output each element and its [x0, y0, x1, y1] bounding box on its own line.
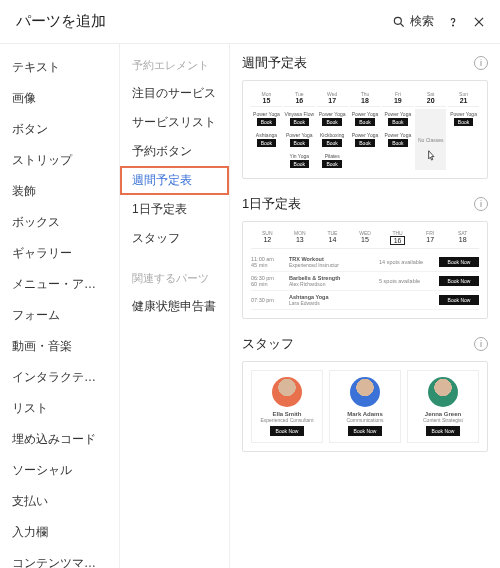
- daily-preview[interactable]: SUN12MON13TUE14WED15THU16FRI17SAT18 11:0…: [242, 221, 488, 319]
- book-button[interactable]: Book: [454, 118, 473, 126]
- weekly-cell: [448, 130, 479, 149]
- book-button[interactable]: Book: [388, 118, 407, 126]
- staff-card[interactable]: Mark AdamsCommunicationsBook Now: [329, 370, 401, 443]
- weekly-day-header: Fri19: [382, 89, 413, 107]
- weekly-cell: Power YogaBook: [382, 109, 413, 128]
- category-item[interactable]: 入力欄: [0, 517, 119, 548]
- panel-header: パーツを追加 検索: [0, 0, 500, 44]
- staff-card[interactable]: Jenna GreenContent StrategistBook Now: [407, 370, 479, 443]
- daily-day-header[interactable]: MON13: [284, 230, 317, 245]
- no-classes-cell: No Classes: [415, 109, 446, 170]
- search-icon: [392, 15, 406, 29]
- header-actions: 検索: [392, 13, 486, 30]
- staff-preview[interactable]: Ella SmithExperienced ConsultantBook Now…: [242, 361, 488, 452]
- svg-line-1: [401, 23, 404, 26]
- book-now-button[interactable]: Book Now: [439, 276, 479, 286]
- book-button[interactable]: Book: [257, 139, 276, 147]
- weekly-section: 週間予定表 i Mon15Tue16Wed17Thu18Fri19Sat20Su…: [242, 54, 488, 179]
- daily-day-header[interactable]: TUE14: [316, 230, 349, 245]
- book-button[interactable]: Book: [257, 118, 276, 126]
- category-item[interactable]: 動画・音楽: [0, 331, 119, 362]
- category-item[interactable]: ボタン: [0, 114, 119, 145]
- daily-row: 11:00 am45 minTRX WorkoutExperienced Ins…: [251, 253, 479, 272]
- subcategory-item[interactable]: スタッフ: [120, 224, 229, 253]
- subcategory-item[interactable]: 1日予定表: [120, 195, 229, 224]
- daily-row: 07:30 pmAshtanga YogaLara EdwardsBook No…: [251, 291, 479, 310]
- category-item[interactable]: 画像: [0, 83, 119, 114]
- subcategory-item[interactable]: 予約ボタン: [120, 137, 229, 166]
- category-item[interactable]: テキスト: [0, 52, 119, 83]
- staff-role: Communications: [332, 417, 398, 423]
- staff-role: Content Strategist: [410, 417, 476, 423]
- info-icon[interactable]: i: [474, 56, 488, 70]
- category-list: テキスト画像ボタンストリップ装飾ボックスギャラリーメニュー・アンカーフォーム動画…: [0, 44, 120, 568]
- category-item[interactable]: ストリップ: [0, 145, 119, 176]
- weekly-cell: Power YogaBook: [251, 109, 282, 128]
- staff-section: スタッフ i Ella SmithExperienced ConsultantB…: [242, 335, 488, 452]
- search-button[interactable]: 検索: [392, 13, 434, 30]
- category-item[interactable]: リスト: [0, 393, 119, 424]
- daily-row: 06:30 pm60 minBarbells & StrengthAlex Ri…: [251, 272, 479, 291]
- book-button[interactable]: Book: [290, 118, 309, 126]
- weekly-cell: Power YogaBook: [350, 130, 381, 149]
- category-item[interactable]: ギャラリー: [0, 238, 119, 269]
- category-item[interactable]: フォーム: [0, 300, 119, 331]
- subgroup-label: 予約エレメント: [120, 54, 229, 79]
- close-icon[interactable]: [472, 15, 486, 29]
- category-item[interactable]: 埋め込みコード: [0, 424, 119, 455]
- cursor-icon: [424, 149, 438, 164]
- book-button[interactable]: Book: [355, 139, 374, 147]
- book-now-button[interactable]: Book Now: [270, 426, 305, 436]
- category-item[interactable]: ソーシャル: [0, 455, 119, 486]
- preview-column: 週間予定表 i Mon15Tue16Wed17Thu18Fri19Sat20Su…: [230, 44, 500, 568]
- help-icon[interactable]: [446, 15, 460, 29]
- book-button[interactable]: Book: [322, 160, 341, 168]
- book-button[interactable]: Book: [290, 160, 309, 168]
- staff-role: Experienced Consultant: [254, 417, 320, 423]
- category-item[interactable]: コンテンツマネージ...: [0, 548, 119, 568]
- panel-body: テキスト画像ボタンストリップ装飾ボックスギャラリーメニュー・アンカーフォーム動画…: [0, 44, 500, 568]
- weekly-title: 週間予定表: [242, 54, 307, 72]
- book-button[interactable]: Book: [322, 118, 341, 126]
- book-now-button[interactable]: Book Now: [348, 426, 383, 436]
- weekly-day-header: Mon15: [251, 89, 282, 107]
- category-item[interactable]: 支払い: [0, 486, 119, 517]
- info-icon[interactable]: i: [474, 337, 488, 351]
- staff-card[interactable]: Ella SmithExperienced ConsultantBook Now: [251, 370, 323, 443]
- book-button[interactable]: Book: [355, 118, 374, 126]
- weekly-cell: KickboxingBook: [317, 130, 348, 149]
- weekly-cell: [448, 151, 479, 170]
- weekly-cell: AshtangaBook: [251, 130, 282, 149]
- weekly-day-header: Wed17: [317, 89, 348, 107]
- book-now-button[interactable]: Book Now: [439, 257, 479, 267]
- subcategory-item[interactable]: サービスリスト: [120, 108, 229, 137]
- weekly-cell: Vinyasa FlowBook: [284, 109, 315, 128]
- subcategory-item[interactable]: 健康状態申告書: [120, 292, 229, 321]
- book-button[interactable]: Book: [322, 139, 341, 147]
- daily-day-header[interactable]: SUN12: [251, 230, 284, 245]
- category-item[interactable]: メニュー・アンカー: [0, 269, 119, 300]
- category-item[interactable]: 装飾: [0, 176, 119, 207]
- weekly-cell: Power YogaBook: [284, 130, 315, 149]
- category-item[interactable]: インタラクティブ: [0, 362, 119, 393]
- category-item[interactable]: ボックス: [0, 207, 119, 238]
- search-label: 検索: [410, 13, 434, 30]
- daily-day-header[interactable]: THU16: [381, 230, 414, 245]
- weekly-preview[interactable]: Mon15Tue16Wed17Thu18Fri19Sat20Sun21Power…: [242, 80, 488, 179]
- book-button[interactable]: Book: [290, 139, 309, 147]
- info-icon[interactable]: i: [474, 197, 488, 211]
- subcategory-item[interactable]: 注目のサービス: [120, 79, 229, 108]
- daily-day-header[interactable]: FRI17: [414, 230, 447, 245]
- book-now-button[interactable]: Book Now: [426, 426, 461, 436]
- weekly-day-header: Tue16: [284, 89, 315, 107]
- subcategory-item[interactable]: 週間予定表: [120, 166, 229, 195]
- svg-point-0: [394, 17, 401, 24]
- weekly-cell: [382, 151, 413, 170]
- weekly-cell: [350, 151, 381, 170]
- weekly-cell: Power YogaBook: [317, 109, 348, 128]
- daily-day-header[interactable]: SAT18: [446, 230, 479, 245]
- book-now-button[interactable]: Book Now: [439, 295, 479, 305]
- book-button[interactable]: Book: [388, 139, 407, 147]
- daily-day-header[interactable]: WED15: [349, 230, 382, 245]
- avatar: [350, 377, 380, 407]
